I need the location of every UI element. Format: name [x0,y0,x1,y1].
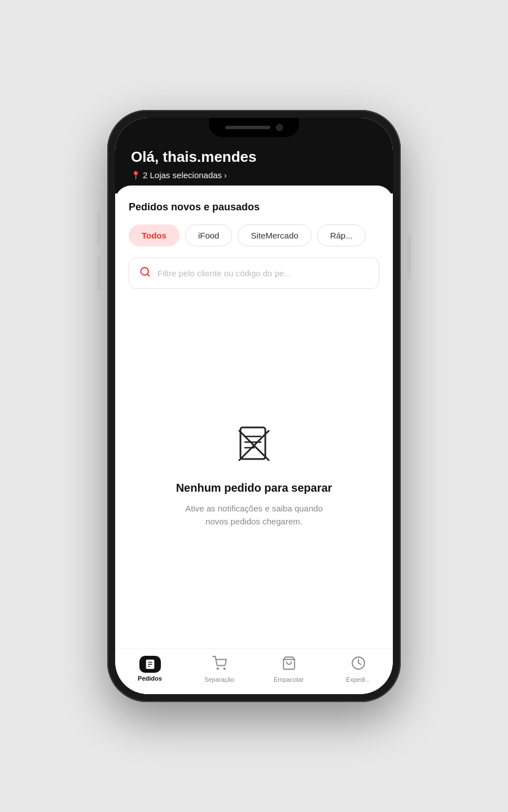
filter-tab-sitemercado[interactable]: SiteMercado [238,224,311,246]
nav-label-separacao: Separação [204,676,234,683]
phone-screen: Olá, thais.mendes 📍 2 Lojas selecionadas… [115,118,393,694]
svg-point-13 [224,668,225,669]
pedidos-icon [144,658,156,670]
filter-tab-ifood[interactable]: iFood [185,224,233,246]
search-box[interactable]: Filtre pelo cliente ou código do pe... [129,258,379,289]
nav-item-separacao[interactable]: Separação [185,656,254,683]
app-screen: Olá, thais.mendes 📍 2 Lojas selecionadas… [115,118,393,694]
main-content: Pedidos novos e pausados Todos iFood Sit… [115,186,393,648]
svg-point-12 [217,668,218,669]
empty-title: Nenhum pedido para separar [176,482,332,495]
location-label: 2 Lojas selecionadas [143,170,222,180]
empty-subtitle: Ative as notificações e saiba quandonovo… [185,502,323,528]
greeting-text: Olá, thais.mendes [131,148,377,166]
filter-tab-todos[interactable]: Todos [129,224,179,246]
location-pin-icon: 📍 [131,171,141,180]
location-arrow-icon: › [224,171,227,180]
search-placeholder: Filtre pelo cliente ou código do pe... [157,268,291,278]
bottom-nav: Pedidos Separação [115,648,393,694]
svg-line-1 [147,274,150,276]
nav-item-expedicao[interactable]: Expedi... [323,656,393,683]
volume-up-button [97,211,102,245]
power-button [406,234,411,279]
filter-tab-rapido[interactable]: Ráp... [317,224,366,246]
pedidos-icon-box [139,656,161,673]
nav-item-empacotar[interactable]: Empacotar [254,656,323,683]
no-orders-icon [231,423,277,468]
expedicao-icon [351,656,366,674]
notch [209,118,299,137]
nav-label-expedicao: Expedi... [346,676,370,683]
search-icon [139,266,151,280]
empty-state: Nenhum pedido para separar Ative as noti… [129,302,379,648]
filter-tabs: Todos iFood SiteMercado Ráp... [129,224,379,246]
location-row[interactable]: 📍 2 Lojas selecionadas › [131,170,377,180]
volume-down-button [97,257,102,290]
notch-bar [225,126,270,129]
section-title: Pedidos novos e pausados [129,201,379,213]
nav-label-empacotar: Empacotar [274,676,304,683]
nav-item-pedidos[interactable]: Pedidos [115,656,185,683]
notch-camera [276,124,283,131]
phone-frame: Olá, thais.mendes 📍 2 Lojas selecionadas… [107,110,401,702]
separacao-icon [212,656,227,674]
nav-label-pedidos: Pedidos [138,675,162,682]
empacotar-icon [282,656,296,674]
